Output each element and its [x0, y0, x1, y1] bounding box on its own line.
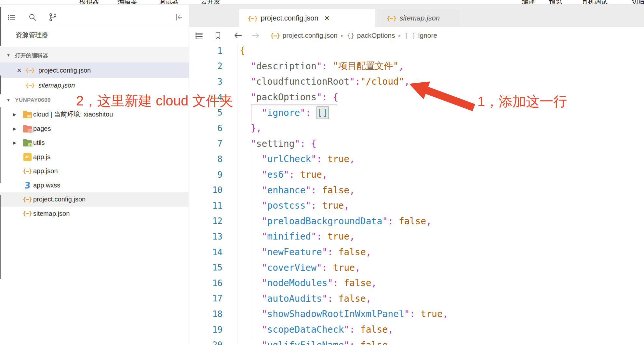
json-file-icon: {⋯} — [21, 196, 33, 203]
code-line-content: "packOptions": { — [237, 90, 338, 105]
chevron-down-icon: ▼ — [7, 98, 15, 103]
code-line-content: { — [237, 43, 245, 59]
code-line-content: "setting": { — [237, 136, 316, 152]
line-number: 3 — [189, 74, 237, 90]
line-number: 2 — [189, 59, 237, 74]
code-line[interactable]: 5 "ignore": [] — [189, 105, 644, 120]
project-name: YUNPAY0609 — [15, 97, 51, 104]
menu-list-icon[interactable] — [7, 12, 16, 22]
code-line-content: "nodeModules": false, — [237, 275, 377, 291]
line-number: 14 — [189, 244, 237, 260]
menu-item[interactable]: 云开发 — [201, 0, 220, 5]
outline-list-icon[interactable] — [194, 31, 204, 40]
git-branch-icon[interactable] — [48, 12, 58, 22]
code-line[interactable]: 14 "newFeature": false, — [189, 244, 644, 260]
json-file-icon: {⋯} — [270, 32, 280, 39]
editor-tab[interactable]: {⋯}sitemap.json — [378, 9, 460, 27]
tree-item-label: cloud | 当前环境: xiaoshitou — [33, 110, 113, 119]
code-line[interactable]: 6 }, — [189, 120, 644, 136]
editor-tab[interactable]: {⋯}project.config.json✕ — [239, 9, 375, 27]
navigate-back-icon[interactable] — [233, 31, 243, 40]
json-file-icon: {⋯} — [24, 67, 36, 74]
tree-item[interactable]: ▶pages — [0, 122, 189, 136]
code-line[interactable]: 7 "setting": { — [189, 136, 644, 152]
code-line[interactable]: 16 "nodeModules": false, — [189, 275, 644, 291]
sidebar-toolbar — [0, 5, 189, 26]
code-line[interactable]: 9 "es6": true, — [189, 167, 644, 183]
navigate-forward-icon[interactable] — [251, 31, 261, 40]
code-line-content: "minified": true, — [237, 229, 355, 244]
tree-item[interactable]: {⋯}project.config.json — [0, 192, 189, 207]
tree-item[interactable]: JSapp.js — [0, 150, 189, 164]
left-edge-mark — [0, 76, 1, 94]
menu-item[interactable]: 编辑器 — [118, 0, 137, 5]
close-icon[interactable]: ✕ — [14, 67, 24, 74]
editor-toolbar-row: {⋯}project.config.json▸{}packOptions▸[ ]… — [189, 27, 644, 44]
code-line[interactable]: 12 "preloadBackgroundData": false, — [189, 214, 644, 229]
code-line[interactable]: 8 "urlCheck": true, — [189, 151, 644, 167]
code-line[interactable]: 20 "uglifyFileName": false, — [189, 337, 644, 345]
code-line-content: "autoAudits": false, — [237, 291, 371, 307]
collapse-sidebar-icon[interactable] — [174, 12, 184, 22]
code-line-content: "showShadowRootInWxmlPanel": true, — [237, 306, 448, 322]
code-line-content: "enhance": false, — [237, 182, 355, 198]
menu-item[interactable]: 预览 — [549, 0, 562, 5]
code-line[interactable]: 4 "packOptions": { — [189, 90, 644, 105]
breadcrumb-segment[interactable]: {⋯}project.config.json — [270, 32, 338, 39]
tree-item[interactable]: {⋯}app.json — [0, 164, 189, 178]
code-line-content: "description": "项目配置文件", — [237, 59, 404, 74]
line-number: 7 — [189, 136, 237, 152]
tree-item[interactable]: ▶utils — [0, 136, 189, 150]
explorer-sidebar: 资源管理器 ▼ 打开的编辑器 ✕{⋯}project.config.json{⋯… — [0, 5, 189, 345]
line-number: 18 — [189, 306, 237, 322]
code-line-content: "coverView": true, — [237, 260, 360, 275]
json-file-icon: {⋯} — [21, 168, 33, 174]
code-line[interactable]: 15 "coverView": true, — [189, 260, 644, 275]
tree-item-label: project.config.json — [33, 196, 86, 203]
js-file-icon: JS — [21, 153, 33, 161]
menu-item[interactable]: 切后台 — [632, 0, 644, 5]
breadcrumb-segment[interactable]: {}packOptions — [347, 32, 395, 39]
line-number: 12 — [189, 214, 237, 229]
breadcrumb-separator-icon: ▸ — [341, 33, 343, 38]
tree-item[interactable]: {⋯}sitemap.json — [0, 207, 189, 221]
json-file-icon: {⋯} — [21, 210, 33, 217]
code-line[interactable]: 3 "cloudfunctionRoot":"/cloud", — [189, 74, 644, 90]
folder-pages-icon — [21, 125, 33, 132]
code-line-content: "urlCheck": true, — [237, 151, 355, 167]
chevron-down-icon: ▼ — [7, 53, 15, 58]
open-editors-header[interactable]: ▼ 打开的编辑器 — [0, 48, 189, 62]
bookmark-icon[interactable] — [213, 31, 223, 40]
code-line[interactable]: 11 "postcss": true, — [189, 198, 644, 214]
code-line[interactable]: 10 "enhance": false, — [189, 182, 644, 198]
line-number: 13 — [189, 229, 237, 244]
search-icon[interactable] — [28, 12, 37, 22]
json-file-icon: {⋯} — [24, 82, 36, 89]
tab-close-icon[interactable]: ✕ — [324, 14, 330, 22]
open-editor-item[interactable]: {⋯}sitemap.json — [0, 78, 189, 92]
line-number: 11 — [189, 198, 237, 214]
menu-item[interactable]: 编译 — [522, 0, 535, 5]
code-line[interactable]: 19 "scopeDataCheck": false, — [189, 322, 644, 338]
tree-item[interactable]: 3app.wxss — [0, 178, 189, 193]
open-editor-item[interactable]: ✕{⋯}project.config.json — [0, 62, 189, 78]
menu-item[interactable]: 真机调试 — [582, 0, 608, 5]
chevron-right-icon: ▶ — [13, 126, 21, 131]
code-line[interactable]: 18 "showShadowRootInWxmlPanel": true, — [189, 306, 644, 322]
breadcrumb-segment[interactable]: [ ]ignore — [404, 32, 437, 39]
menu-item[interactable]: 模拟器 — [79, 0, 99, 5]
json-file-icon: {⋯} — [248, 15, 258, 22]
code-line[interactable]: 1{ — [189, 43, 644, 59]
code-editor[interactable]: 1{2 "description": "项目配置文件",3 "cloudfunc… — [189, 43, 644, 345]
code-line-content: "preloadBackgroundData": false, — [237, 214, 432, 229]
code-line[interactable]: 17 "autoAudits": false, — [189, 291, 644, 307]
line-number: 8 — [189, 151, 237, 167]
tree-item-label: app.js — [33, 153, 50, 161]
menu-item[interactable]: 调试器 — [159, 0, 179, 5]
code-line[interactable]: 13 "minified": true, — [189, 229, 644, 244]
code-line[interactable]: 2 "description": "项目配置文件", — [189, 59, 644, 74]
code-line-content: "scopeDataCheck": false, — [237, 322, 393, 338]
breadcrumb-separator-icon: ▸ — [398, 33, 401, 38]
annotation-step2: 2，这里新建 cloud 文件夹 — [76, 92, 233, 110]
tree-item-label: pages — [33, 125, 51, 132]
